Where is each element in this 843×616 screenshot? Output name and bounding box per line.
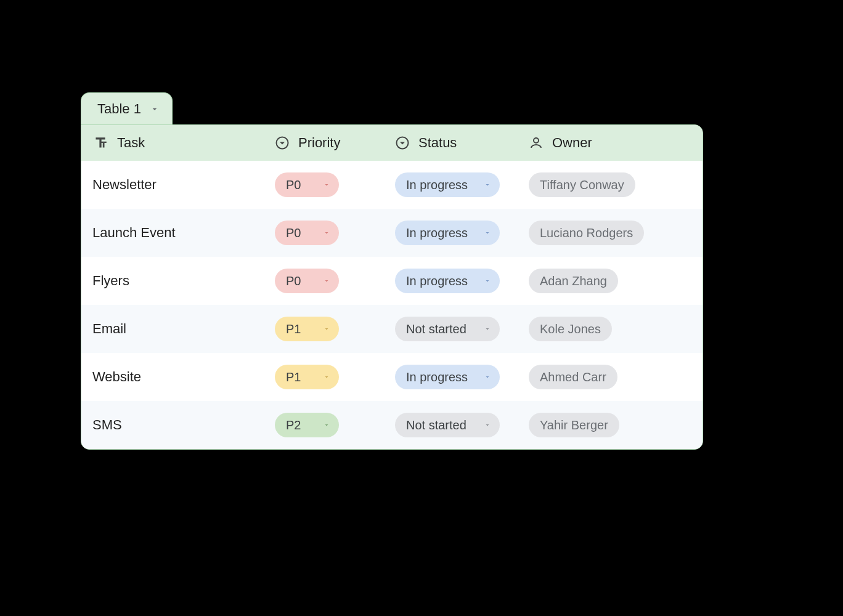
owner-chip[interactable]: Tiffany Conway [529,172,635,197]
priority-label: P0 [275,178,301,192]
status-chip[interactable]: In progress [395,172,500,197]
priority-chip[interactable]: P1 [275,317,339,341]
chevron-down-icon [316,421,339,429]
status-label: In progress [395,178,468,192]
table-row: FlyersP0 In progress Adan Zhang [81,257,702,305]
owner-cell: Kole Jones [518,305,702,353]
table-row: WebsiteP1 In progress Ahmed Carr [81,353,702,401]
status-label: Not started [395,418,466,432]
column-header-label: Status [418,135,457,151]
chevron-down-icon [316,181,339,188]
chevron-down-icon [476,277,500,285]
priority-cell: P0 [264,257,384,305]
priority-label: P0 [275,226,301,240]
priority-chip[interactable]: P0 [275,172,339,197]
task-text: SMS [92,417,122,433]
table-row: Launch EventP0 In progress Luciano Rodge… [81,209,702,257]
owner-label: Luciano Rodgers [540,226,633,240]
status-chip[interactable]: Not started [395,317,500,341]
chevron-down-icon [150,104,160,114]
column-header-priority[interactable]: Priority [264,125,384,161]
owner-chip[interactable]: Kole Jones [529,317,612,341]
table-tab-label: Table 1 [97,101,141,117]
chevron-down-icon [316,373,339,381]
task-cell[interactable]: Website [81,353,264,401]
chevron-down-icon [476,229,500,237]
priority-chip[interactable]: P0 [275,221,339,245]
task-text: Newsletter [92,177,157,193]
owner-chip[interactable]: Ahmed Carr [529,365,617,389]
column-header-status[interactable]: Status [384,125,518,161]
table-row: EmailP1 Not started Kole Jones [81,305,702,353]
column-header-label: Priority [298,135,340,151]
data-table: Task Priority Status Owner [81,124,703,450]
status-cell: In progress [384,209,518,257]
task-cell[interactable]: Email [81,305,264,353]
status-label: Not started [395,322,466,336]
column-header-owner[interactable]: Owner [518,125,702,161]
task-cell[interactable]: SMS [81,401,264,449]
owner-cell: Ahmed Carr [518,353,702,401]
status-label: In progress [395,370,468,384]
owner-label: Ahmed Carr [540,370,606,384]
priority-cell: P2 [264,401,384,449]
status-chip[interactable]: In progress [395,365,500,389]
priority-chip[interactable]: P0 [275,269,339,293]
priority-cell: P0 [264,209,384,257]
task-text: Email [92,321,126,337]
status-cell: In progress [384,353,518,401]
chevron-down-icon [476,325,500,333]
priority-cell: P1 [264,305,384,353]
priority-chip[interactable]: P2 [275,413,339,437]
status-cell: In progress [384,161,518,209]
table-body: NewsletterP0 In progress Tiffany ConwayL… [81,161,702,449]
task-cell[interactable]: Newsletter [81,161,264,209]
owner-chip[interactable]: Luciano Rodgers [529,221,644,245]
status-label: In progress [395,226,468,240]
column-header-label: Task [117,135,145,151]
owner-label: Tiffany Conway [540,178,624,192]
status-cell: Not started [384,401,518,449]
text-format-icon [92,135,108,151]
priority-label: P0 [275,274,301,288]
owner-cell: Luciano Rodgers [518,209,702,257]
task-text: Website [92,369,141,385]
priority-chip[interactable]: P1 [275,365,339,389]
chevron-down-icon [476,181,500,188]
status-label: In progress [395,274,468,288]
dropdown-circle-icon [395,136,410,150]
owner-label: Kole Jones [540,322,601,336]
chevron-down-icon [316,229,339,237]
owner-cell: Yahir Berger [518,401,702,449]
owner-label: Adan Zhang [540,274,607,288]
owner-chip[interactable]: Yahir Berger [529,413,619,437]
status-chip[interactable]: In progress [395,221,500,245]
priority-label: P1 [275,370,301,384]
status-chip[interactable]: Not started [395,413,500,437]
dropdown-circle-icon [275,136,290,150]
table-header-row: Task Priority Status Owner [81,125,702,161]
column-header-task[interactable]: Task [81,125,264,161]
priority-cell: P1 [264,353,384,401]
table-row: NewsletterP0 In progress Tiffany Conway [81,161,702,209]
priority-label: P2 [275,418,301,432]
chevron-down-icon [476,373,500,381]
task-cell[interactable]: Launch Event [81,209,264,257]
priority-label: P1 [275,322,301,336]
task-cell[interactable]: Flyers [81,257,264,305]
table-row: SMSP2 Not started Yahir Berger [81,401,702,449]
owner-cell: Tiffany Conway [518,161,702,209]
owner-chip[interactable]: Adan Zhang [529,269,618,293]
status-chip[interactable]: In progress [395,269,500,293]
owner-cell: Adan Zhang [518,257,702,305]
table-tab[interactable]: Table 1 [81,92,173,124]
chevron-down-icon [316,277,339,285]
chevron-down-icon [316,325,339,333]
status-cell: Not started [384,305,518,353]
chevron-down-icon [476,421,500,429]
owner-label: Yahir Berger [540,418,608,432]
column-header-label: Owner [552,135,592,151]
task-text: Launch Event [92,225,176,241]
task-text: Flyers [92,273,129,289]
person-icon [529,136,544,150]
